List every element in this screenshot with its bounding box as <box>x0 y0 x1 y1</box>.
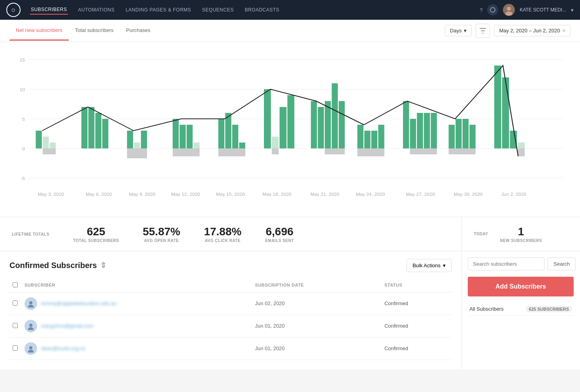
tab-total[interactable]: Total subscribers <box>69 21 120 41</box>
search-row: Search <box>468 257 574 270</box>
panel-header: Confirmed Subscribers ⇕ Bulk Actions ▾ <box>9 259 452 272</box>
bar <box>403 101 409 148</box>
row-checkbox[interactable] <box>13 323 18 328</box>
bar <box>311 101 317 148</box>
search-input[interactable] <box>468 257 544 270</box>
bar <box>371 131 377 148</box>
stats-right: TODAY 1 NEW SUBSCRIBERS <box>461 217 580 251</box>
search-button[interactable]: Search <box>548 257 576 270</box>
tab-controls: Days ▾ May 2, 2020 – Jun 2, 2020 ≡ <box>445 24 571 38</box>
bar <box>431 113 437 148</box>
svg-text:May 18, 2020: May 18, 2020 <box>262 192 291 196</box>
total-subscribers-label: TOTAL SUBSCRIBERS <box>73 238 119 243</box>
bar <box>518 143 525 148</box>
bar-chart: 15 10 5 0 -5 <box>12 50 568 204</box>
bar <box>264 89 271 148</box>
tabs-row: Net new subscribers Total subscribers Pu… <box>0 20 580 42</box>
svg-point-30 <box>28 350 34 353</box>
bar <box>186 125 192 148</box>
email-text[interactable]: maryjohns@gmail.com <box>41 323 93 329</box>
avatar <box>24 342 37 355</box>
total-subscribers-stat: 625 TOTAL SUBSCRIBERS <box>73 225 119 243</box>
subscribers-table: SUBSCRIBER SUBSCRIPTION DATE STATUS tomm… <box>9 278 452 360</box>
col-date-header: SUBSCRIPTION DATE <box>252 278 381 293</box>
status-cell: Confirmed <box>381 292 452 315</box>
row-checkbox[interactable] <box>13 300 18 306</box>
bar <box>102 119 108 148</box>
bulk-actions-button[interactable]: Bulk Actions ▾ <box>407 259 452 272</box>
email-text[interactable]: tommy@applededucation.edu.au <box>41 300 117 306</box>
svg-text:15: 15 <box>20 58 25 62</box>
nav-broadcasts[interactable]: BROADCASTS <box>244 6 280 14</box>
bar <box>378 125 384 148</box>
notification-icon[interactable] <box>487 4 498 15</box>
bar-neg <box>272 148 279 154</box>
avg-open-rate-label: AVG OPEN RATE <box>143 238 180 243</box>
bar <box>218 119 224 148</box>
bar <box>463 119 469 148</box>
navbar: ○ SUBSCRIBERS AUTOMATIONS LANDING PAGES … <box>0 0 580 20</box>
svg-text:May 30, 2020: May 30, 2020 <box>454 192 482 196</box>
subscriber-count-badge: 625 SUBSCRIBERS <box>526 306 572 312</box>
bar-neg <box>325 148 345 154</box>
days-dropdown[interactable]: Days ▾ <box>445 25 472 36</box>
svg-point-26 <box>28 305 34 308</box>
date-range-picker[interactable]: May 2, 2020 – Jun 2, 2020 ≡ <box>494 25 571 36</box>
bar-neg <box>127 148 147 158</box>
bar-neg <box>358 148 384 156</box>
avatar[interactable] <box>503 4 515 16</box>
avg-open-rate-stat: 55.87% AVG OPEN RATE <box>143 225 180 243</box>
bulk-actions-chevron-icon: ▾ <box>443 263 446 268</box>
lifetime-label: LIFETIME TOTALS <box>12 232 49 236</box>
select-all-checkbox[interactable] <box>13 282 18 287</box>
filter-button[interactable] <box>476 24 490 38</box>
svg-text:0: 0 <box>22 146 25 151</box>
sort-icon[interactable]: ⇕ <box>100 261 107 270</box>
svg-point-27 <box>29 324 32 327</box>
svg-point-28 <box>28 327 34 330</box>
stats-left: LIFETIME TOTALS 625 TOTAL SUBSCRIBERS 55… <box>0 217 461 251</box>
avg-click-rate-label: AVG CLICK RATE <box>204 238 241 243</box>
tab-net-new[interactable]: Net new subscribers <box>9 21 69 41</box>
bar <box>332 83 338 148</box>
add-subscribers-button[interactable]: Add Subscribers <box>468 277 574 296</box>
bar <box>173 119 179 148</box>
emails-sent-value: 6,696 <box>265 225 294 238</box>
panel-title: Confirmed Subscribers ⇕ <box>9 261 107 270</box>
avg-click-rate-stat: 17.88% AVG CLICK RATE <box>204 225 241 243</box>
svg-text:May 15, 2020: May 15, 2020 <box>216 192 245 196</box>
user-dropdown-icon[interactable]: ▾ <box>571 7 574 13</box>
help-icon[interactable]: ? <box>480 7 482 13</box>
nav-subscribers[interactable]: SUBSCRIBERS <box>30 5 68 15</box>
svg-point-29 <box>29 346 32 349</box>
bar <box>287 95 294 148</box>
nav-landing-pages[interactable]: LANDING PAGES & FORMS <box>125 6 192 14</box>
nav-sequences[interactable]: SEQUENCES <box>201 6 235 14</box>
row-checkbox[interactable] <box>13 345 18 351</box>
bar <box>510 131 517 148</box>
bar <box>449 125 455 148</box>
col-status-header: STATUS <box>381 278 452 293</box>
emails-sent-label: EMAILS SENT <box>265 238 294 243</box>
tab-purchases[interactable]: Purchases <box>120 21 156 41</box>
nav-automations[interactable]: AUTOMATIONS <box>77 6 115 14</box>
svg-text:Jun 2, 2020: Jun 2, 2020 <box>501 192 526 196</box>
status-cell: Confirmed <box>381 337 452 360</box>
bulk-actions-label: Bulk Actions <box>412 263 441 268</box>
svg-text:May 6, 2020: May 6, 2020 <box>86 192 112 196</box>
table-row: maryjohns@gmail.com Jun 01, 2020 Confirm… <box>9 315 452 337</box>
bar <box>43 137 49 148</box>
avg-open-rate-value: 55.87% <box>143 225 180 238</box>
svg-text:May 21, 2020: May 21, 2020 <box>310 192 339 196</box>
svg-point-2 <box>507 7 511 11</box>
emails-sent-stat: 6,696 EMAILS SENT <box>265 225 294 243</box>
all-subscribers-row: All Subscribers 625 SUBSCRIBERS <box>468 303 574 316</box>
bar <box>364 131 370 148</box>
bar-neg <box>218 148 245 156</box>
bar-neg <box>449 148 476 154</box>
subscribers-panel: Confirmed Subscribers ⇕ Bulk Actions ▾ S… <box>0 251 461 369</box>
email-text[interactable]: dean@sushi.org.nz <box>41 345 85 351</box>
lifetime-totals-label: LIFETIME TOTALS <box>12 231 49 237</box>
table-row: tommy@applededucation.edu.au Jun 02, 202… <box>9 292 452 315</box>
logo[interactable]: ○ <box>6 3 21 17</box>
